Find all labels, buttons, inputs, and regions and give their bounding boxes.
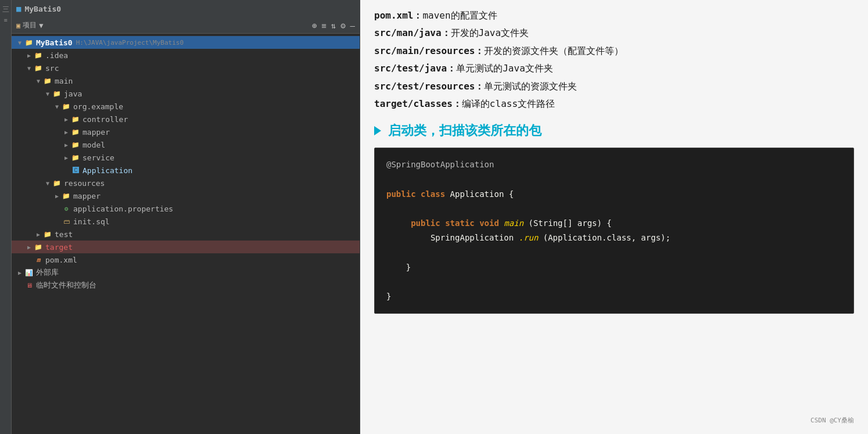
folder-icon-service: 📁 — [71, 153, 80, 162]
tree-item-main[interactable]: ▼ 📁 main — [12, 74, 360, 87]
right-panel: pom.xml：maven的配置文件 src/man/java：开发的Java文… — [360, 0, 868, 434]
tree-item-java[interactable]: ▼ 📁 java — [12, 87, 360, 100]
tree-item-resources[interactable]: ▼ 📁 resources — [12, 177, 360, 189]
tree-label-java: java — [64, 89, 82, 98]
tree-item-src[interactable]: ▼ 📁 src — [12, 62, 360, 74]
chevron-controller: ▶ — [63, 116, 70, 123]
tree-item-target[interactable]: ▶ 📁 target — [12, 241, 360, 253]
tree-label-idea: .idea — [45, 51, 68, 60]
folder-icon-resources: 📁 — [52, 178, 62, 188]
annotation-label: 启动类，扫描该类所在的包 — [374, 122, 854, 139]
tree-item-mapper2[interactable]: ▶ 📁 mapper — [12, 189, 360, 202]
folder-icon-idea: 📁 — [34, 51, 43, 60]
console-icon: 🖥 — [24, 281, 34, 290]
indent-body — [386, 233, 425, 242]
close-class-brace: } — [386, 292, 391, 301]
side-icon-strip: 三 ≡ — [0, 0, 12, 434]
tree-label-pom-xml: pom.xml — [45, 256, 77, 264]
chevron-mapper2: ▶ — [53, 192, 60, 199]
tree-item-service[interactable]: ▶ 📁 service — [12, 151, 360, 164]
class-name-application: Application — [450, 189, 509, 199]
chevron-service: ▶ — [63, 154, 70, 161]
project-dropdown-label[interactable]: 项目 — [23, 20, 37, 30]
desc-key-src-main-res: src/main/resources： — [374, 45, 484, 56]
chevron-target: ▶ — [26, 243, 33, 250]
desc-key-src-test-java: src/test/java： — [374, 63, 456, 74]
watermark: CSDN @CY桑榆 — [810, 417, 854, 424]
desc-item-pom: pom.xml：maven的配置文件 — [374, 9, 854, 22]
tree-item-test[interactable]: ▶ 📁 test — [12, 228, 360, 241]
tree-label-app-props: application.properties — [73, 205, 173, 213]
desc-key-src-test-res: src/test/resources： — [374, 81, 484, 92]
tree-label-console: 临时文件和控制台 — [36, 280, 96, 290]
kw-public: public — [411, 218, 440, 228]
tree-item-model[interactable]: ▶ 📁 model — [12, 138, 360, 151]
folder-icon-src: 📁 — [34, 63, 43, 73]
code-line-blank2 — [386, 202, 842, 216]
tree-label-mapper: mapper — [83, 128, 110, 137]
folder-icon-test: 📁 — [43, 229, 52, 239]
main-params: (String[] args) { — [529, 218, 612, 228]
kw-public-class: public — [386, 189, 416, 199]
code-line-blank3 — [386, 245, 842, 260]
desc-item-src-main-resources: src/main/resources：开发的资源文件夹（配置文件等） — [374, 45, 854, 58]
annotation-text: 启动类，扫描该类所在的包 — [388, 122, 541, 139]
settings-icon[interactable]: ⚙ — [340, 21, 345, 30]
tree-label-target: target — [45, 243, 73, 252]
chevron-java: ▼ — [44, 90, 51, 97]
desc-item-src-man: src/man/java：开发的Java文件夹 — [374, 27, 854, 40]
tree-label-resources: resources — [64, 179, 105, 188]
chevron-test: ▶ — [35, 231, 42, 238]
description-list: pom.xml：maven的配置文件 src/man/java：开发的Java文… — [374, 9, 854, 110]
tree-item-external-libs[interactable]: ▶ 📊 外部库 — [12, 266, 360, 279]
tree-item-mapper[interactable]: ▶ 📁 mapper — [12, 125, 360, 138]
project-panel: ■ MyBatis0 ▣ 项目 ▼ ⊕ ≡ ⇅ ⚙ — ▼ 📁 — [12, 0, 360, 434]
code-line-2: public class Application { — [386, 187, 842, 202]
chevron-src: ▼ — [26, 64, 33, 71]
desc-item-src-test-res: src/test/resources：单元测试的资源文件夹 — [374, 80, 854, 93]
file-icon-application: 🅲 — [71, 166, 80, 175]
desc-val-target-classes: 编译的class文件路径 — [462, 98, 555, 109]
project-tree: ▼ 📁 MyBatis0 H:\JAVA\javaProject\MyBatis… — [12, 34, 360, 434]
tree-path-mybatis0: H:\JAVA\javaProject\MyBatis0 — [76, 39, 184, 46]
tree-item-org-example[interactable]: ▼ 📁 org.example — [12, 100, 360, 113]
side-icon-1: 三 — [2, 5, 9, 15]
tree-item-console[interactable]: 🖥 临时文件和控制台 — [12, 279, 360, 292]
add-icon[interactable]: ⊕ — [312, 21, 317, 30]
tree-item-controller[interactable]: ▶ 📁 controller — [12, 113, 360, 125]
lib-icon: 📊 — [24, 268, 34, 277]
desc-val-src-main-res: 开发的资源文件夹（配置文件等） — [484, 45, 623, 56]
sort-icon[interactable]: ⇅ — [331, 21, 336, 30]
file-icon-sql: 🗃 — [62, 217, 71, 226]
desc-val-src-test-res: 单元测试的资源文件夹 — [484, 81, 577, 92]
folder-icon-org-example: 📁 — [62, 102, 71, 111]
code-line-blank1 — [386, 173, 842, 187]
tree-item-app-props[interactable]: ⚙ application.properties — [12, 202, 360, 215]
folder-icon-mybatis0: 📁 — [24, 38, 34, 47]
chevron-model: ▶ — [63, 141, 70, 148]
code-line-1: @SpringBootApplication — [386, 157, 842, 172]
tree-item-application[interactable]: 🅲 Application — [12, 164, 360, 177]
tree-item-mybatis0[interactable]: ▼ 📁 MyBatis0 H:\JAVA\javaProject\MyBatis… — [12, 36, 360, 49]
tree-item-pom-xml[interactable]: m pom.xml — [12, 253, 360, 266]
kw-static: static — [445, 218, 479, 228]
code-line-3: public static void main (String[] args) … — [386, 216, 842, 231]
run-args: (Application.class, args); — [543, 233, 670, 242]
tree-item-idea[interactable]: ▶ 📁 .idea — [12, 49, 360, 62]
tree-label-init-sql: init.sql — [73, 217, 110, 226]
minimize-icon[interactable]: — — [350, 21, 355, 30]
folder-icon-model: 📁 — [71, 140, 80, 149]
file-icon-props: ⚙ — [62, 204, 71, 213]
desc-key-src-man: src/man/java： — [374, 27, 451, 38]
dropdown-chevron-icon[interactable]: ▼ — [39, 21, 43, 30]
indent-method — [386, 218, 406, 228]
spring-app-class: SpringApplication — [431, 233, 514, 242]
tree-label-external-libs: 外部库 — [36, 267, 59, 278]
folder-icon-mapper: 📁 — [71, 127, 80, 137]
desc-val-src-man: 开发的Java文件夹 — [451, 27, 529, 38]
open-brace: { — [509, 189, 514, 199]
list-icon[interactable]: ≡ — [321, 21, 326, 30]
file-icon-pom: m — [34, 255, 43, 264]
desc-val-pom: maven的配置文件 — [422, 10, 497, 21]
tree-item-init-sql[interactable]: 🗃 init.sql — [12, 215, 360, 228]
